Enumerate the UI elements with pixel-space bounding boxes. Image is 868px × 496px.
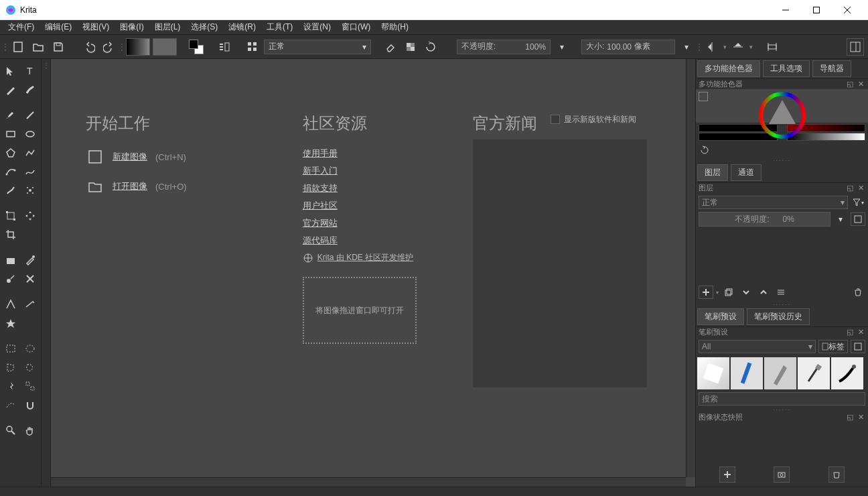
contiguous-select-tool-icon[interactable] (1, 378, 19, 394)
menu-tools[interactable]: 工具(T) (261, 20, 298, 34)
layer-opacity-slider[interactable]: 不透明度: 0% (699, 212, 830, 227)
bezier-tool-icon[interactable] (1, 164, 19, 180)
layer-settings-icon[interactable] (774, 286, 788, 299)
reference-tool-icon[interactable] (1, 315, 19, 331)
tab-navigator[interactable]: 导航器 (812, 60, 851, 77)
res-link-manual[interactable]: 使用手册 (303, 147, 419, 160)
magnetic-select-tool-icon[interactable] (21, 397, 39, 413)
new-file-icon[interactable] (9, 38, 27, 56)
measure-tool-icon[interactable] (21, 296, 39, 312)
rectangle-tool-icon[interactable] (1, 126, 19, 142)
transform-tool-icon[interactable] (1, 208, 19, 224)
layer-down-icon[interactable] (739, 286, 753, 299)
brush-tag-filter[interactable]: All▾ (699, 340, 816, 353)
snapshot-camera-icon[interactable] (774, 467, 790, 483)
duplicate-layer-icon[interactable] (721, 286, 736, 299)
menu-view[interactable]: 视图(V) (77, 20, 115, 34)
brush-preset-icon[interactable] (244, 38, 261, 56)
snapshot-list[interactable] (696, 422, 868, 462)
kde-credit-text[interactable]: Krita 由 KDE 社区开发维护 (317, 252, 413, 263)
panel-resize-handle[interactable]: ······ (696, 407, 868, 412)
move-layer-tool-icon[interactable] (21, 208, 39, 224)
color-triangle-icon[interactable] (759, 92, 806, 139)
crop-tool-icon[interactable] (1, 227, 19, 243)
layer-opacity-dropdown-icon[interactable]: ▾ (833, 212, 848, 226)
close-panel-icon[interactable]: ✕ (856, 328, 865, 337)
res-link-community[interactable]: 用户社区 (303, 200, 419, 212)
text-tool-icon[interactable]: T (21, 63, 39, 79)
alpha-lock-icon[interactable] (402, 38, 419, 56)
gradient-swatch[interactable] (126, 38, 150, 56)
new-image-link[interactable]: 新建图像 (Ctrl+N) (86, 147, 249, 166)
brush-view-icon[interactable] (851, 340, 865, 353)
float-panel-icon[interactable]: ◱ (845, 328, 855, 337)
refresh-color-icon[interactable] (699, 144, 711, 156)
brush-preset-item[interactable] (798, 357, 830, 389)
layer-blend-select[interactable]: 正常▾ (699, 196, 848, 209)
panel-resize-handle[interactable]: ······ (696, 158, 868, 163)
brush-preset-item[interactable] (697, 357, 729, 389)
pattern-swatch[interactable] (153, 38, 177, 56)
menu-layer[interactable]: 图层(L) (149, 20, 186, 34)
menu-edit[interactable]: 编辑(E) (40, 20, 77, 34)
pan-tool-icon[interactable] (21, 422, 39, 438)
brush-search-input[interactable]: 搜索 (699, 392, 865, 406)
assistant-tool-icon[interactable] (1, 296, 19, 312)
layer-list[interactable] (696, 229, 868, 283)
ellipse-select-tool-icon[interactable] (21, 340, 39, 357)
move-tool-icon[interactable] (1, 63, 19, 79)
open-image-link[interactable]: 打开图像 (Ctrl+O) (86, 177, 249, 196)
brush-preset-item[interactable] (764, 357, 796, 389)
multibrush-tool-icon[interactable] (21, 182, 39, 198)
brush-tag-button[interactable]: 标签 (818, 340, 848, 353)
opacity-slider[interactable]: 不透明度: 100% (457, 40, 551, 54)
save-file-icon[interactable] (50, 38, 67, 56)
news-checkbox[interactable] (551, 115, 560, 124)
dyna-tool-icon[interactable] (1, 182, 19, 198)
shape-edit-tool-icon[interactable] (1, 82, 19, 98)
snapshot-add-icon[interactable] (719, 467, 735, 483)
color-picker-tool-icon[interactable] (21, 252, 39, 268)
brush-tool-icon[interactable] (1, 107, 19, 123)
brush-preset-item[interactable] (831, 357, 863, 389)
close-panel-icon[interactable]: ✕ (856, 184, 865, 193)
menu-window[interactable]: 窗口(W) (336, 20, 376, 34)
reload-brush-icon[interactable] (422, 38, 439, 56)
blend-mode-select[interactable]: 正常▾ (264, 40, 371, 54)
layer-props-icon[interactable] (851, 212, 865, 226)
mirror-h-icon[interactable] (703, 38, 721, 56)
line-tool-icon[interactable] (21, 107, 39, 123)
zoom-tool-icon[interactable] (1, 422, 19, 438)
float-panel-icon[interactable]: ◱ (845, 80, 855, 89)
res-link-donate[interactable]: 捐款支持 (303, 182, 419, 194)
undo-icon[interactable] (80, 38, 98, 56)
tab-layers[interactable]: 图层 (697, 164, 728, 181)
color-selector[interactable] (696, 89, 868, 123)
close-button[interactable] (832, 0, 863, 20)
toolbox-handle[interactable]: ⋮ (42, 59, 51, 487)
layer-filter-icon[interactable]: ▾ (851, 196, 865, 209)
grip-icon[interactable] (121, 35, 123, 59)
fg-bg-colors[interactable] (188, 38, 205, 56)
poly-select-tool-icon[interactable] (1, 359, 19, 375)
minimize-button[interactable] (770, 0, 801, 20)
layer-up-icon[interactable] (756, 286, 771, 299)
menu-file[interactable]: 文件(F) (3, 20, 40, 34)
brush-settings-icon[interactable] (216, 38, 233, 56)
tab-brush-presets[interactable]: 笔刷预设 (697, 308, 744, 325)
ellipse-tool-icon[interactable] (21, 126, 39, 142)
open-file-icon[interactable] (29, 38, 47, 56)
workspace-chooser-icon[interactable] (847, 38, 864, 56)
tab-color-selector[interactable]: 多功能拾色器 (697, 60, 760, 77)
bezier-select-tool-icon[interactable] (1, 397, 19, 413)
calligraphy-tool-icon[interactable] (21, 82, 39, 98)
polyline-tool-icon[interactable] (21, 145, 39, 161)
rect-select-tool-icon[interactable] (1, 340, 19, 357)
res-link-website[interactable]: 官方网站 (303, 217, 419, 229)
freehand-path-tool-icon[interactable] (21, 164, 39, 180)
pattern-edit-tool-icon[interactable] (21, 271, 39, 287)
grip-icon[interactable] (698, 35, 701, 59)
mirror-v-icon[interactable] (729, 38, 747, 56)
brush-preset-item[interactable] (731, 357, 763, 389)
menu-settings[interactable]: 设置(N) (298, 20, 336, 34)
